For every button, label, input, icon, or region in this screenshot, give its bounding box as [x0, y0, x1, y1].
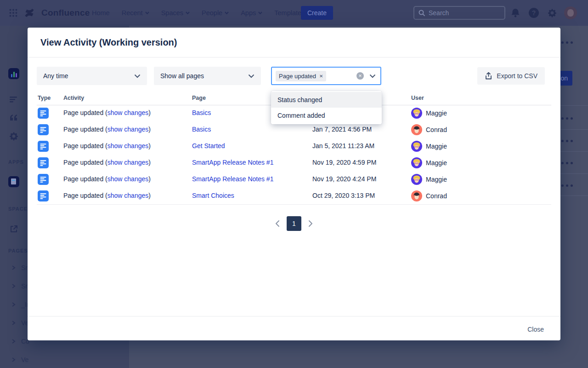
app-switcher-icon[interactable] [9, 9, 17, 17]
quote-icon[interactable] [8, 112, 19, 123]
page-type-icon [38, 157, 49, 168]
user-avatar[interactable] [564, 6, 577, 19]
export-icon [485, 72, 492, 80]
chevron-down-icon [134, 74, 141, 78]
menu-option-status-changed[interactable]: Status changed [271, 92, 382, 108]
header-divider [28, 57, 560, 58]
nav-item-recent[interactable]: Recent [122, 9, 149, 17]
menu-option-comment-added[interactable]: Comment added [271, 108, 382, 123]
search-input[interactable] [429, 9, 493, 17]
page-link[interactable]: Basics [192, 109, 211, 116]
table-row: Page updated (show changes) Smart Choice… [37, 188, 551, 204]
date-cell: Jan 7, 2021 4:56 PM [312, 126, 372, 133]
modal-title: View Activity (Working version) [40, 37, 177, 48]
activity-type-menu: Status changed Comment added [271, 91, 382, 124]
section-label-apps: APPS [8, 159, 24, 165]
avatar-maggie [411, 157, 422, 168]
user-name: Maggie [426, 176, 447, 183]
page-link[interactable]: Smart Choices [192, 192, 234, 199]
more-actions-icon[interactable] [561, 117, 573, 120]
create-button[interactable]: Create [301, 6, 333, 20]
top-nav: Confluence Home Recent Spaces People App… [0, 0, 588, 26]
user-name: Maggie [426, 109, 447, 117]
more-actions-icon[interactable] [561, 140, 573, 142]
more-actions-icon[interactable] [561, 41, 573, 44]
selected-tag: Page updated ✕ [276, 71, 326, 81]
page-link[interactable]: Basics [192, 126, 211, 133]
space-settings-gear-icon[interactable] [8, 131, 19, 142]
chevron-right-icon [11, 284, 16, 288]
date-cell: Oct 29, 2020 3:13 PM [312, 192, 375, 199]
table-bottom-divider [37, 204, 551, 205]
page-link[interactable]: SmartApp Release Notes #1 [192, 159, 273, 166]
chevron-right-icon [11, 302, 16, 307]
tag-remove-icon[interactable]: ✕ [319, 74, 323, 79]
export-csv-button[interactable]: Export to CSV [477, 67, 545, 85]
page-tree-item[interactable]: Ve [11, 319, 28, 327]
external-link-icon[interactable] [9, 224, 18, 234]
chevron-down-icon [186, 12, 190, 14]
prev-page-icon[interactable] [275, 220, 280, 227]
notifications-bell-icon[interactable] [510, 7, 521, 18]
next-page-icon[interactable] [308, 220, 313, 227]
logo-text: Confluence [41, 8, 90, 18]
settings-gear-icon[interactable] [547, 7, 558, 18]
date-cell: Nov 19, 2020 4:59 PM [312, 159, 376, 166]
activity-type-multiselect[interactable]: Page updated ✕ ✕ [271, 67, 381, 85]
search-box[interactable] [413, 6, 505, 20]
avatar-maggie [411, 174, 422, 185]
chevron-down-icon [248, 74, 254, 78]
show-changes-link[interactable]: show changes [107, 159, 149, 166]
chevron-right-icon [11, 339, 16, 344]
chevron-down-icon [258, 12, 262, 14]
time-filter-dropdown[interactable]: Any time [37, 67, 147, 85]
page-link[interactable]: Get Started [192, 142, 225, 150]
question-mark-icon: ? [529, 8, 539, 18]
clear-all-icon[interactable]: ✕ [356, 72, 364, 80]
page-link[interactable]: SmartApp Release Notes #1 [192, 175, 273, 183]
confluence-logo[interactable]: Confluence [9, 0, 90, 26]
analytics-app-icon[interactable] [8, 68, 19, 79]
nav-item-apps[interactable]: Apps [241, 9, 262, 17]
table-row: Page updated (show changes) Get Started … [37, 138, 551, 155]
col-header-page: Page [192, 95, 206, 101]
show-changes-link[interactable]: show changes [107, 192, 149, 199]
nav-item-people[interactable]: People [202, 9, 229, 17]
page-tree-item[interactable]: Ve [11, 356, 28, 363]
view-activity-modal: View Activity (Working version) Any time… [28, 28, 560, 340]
chevron-right-icon [11, 321, 16, 325]
more-actions-icon[interactable] [561, 184, 573, 187]
smartapp-icon[interactable] [8, 176, 19, 187]
pages-filter-dropdown[interactable]: Show all pages [154, 67, 261, 85]
chevron-down-icon[interactable] [369, 74, 376, 78]
user-name: Conrad [426, 126, 447, 133]
chevron-down-icon [225, 12, 229, 14]
current-page-button[interactable]: 1 [287, 216, 301, 231]
nav-item-home[interactable]: Home [92, 9, 110, 17]
activity-lines-icon[interactable] [8, 94, 19, 105]
date-cell: Nov 19, 2020 4:24 PM [312, 175, 376, 183]
nav-item-templates[interactable]: Templates [274, 9, 305, 17]
avatar-face [567, 9, 574, 17]
avatar-conrad [411, 124, 422, 135]
user-name: Conrad [426, 192, 447, 200]
section-label-pages: PAGES [8, 248, 28, 253]
page-type-icon [38, 174, 49, 185]
search-icon [418, 9, 425, 17]
more-actions-icon[interactable] [561, 162, 573, 164]
page-type-icon [38, 108, 49, 119]
nav-item-spaces[interactable]: Spaces [161, 9, 190, 17]
col-header-activity: Activity [63, 95, 84, 101]
page-tree-item[interactable]: Co [11, 338, 29, 345]
avatar-maggie [411, 141, 422, 152]
avatar-conrad [411, 190, 422, 201]
show-changes-link[interactable]: show changes [107, 175, 149, 183]
show-changes-link[interactable]: show changes [107, 126, 149, 133]
table-row: Page updated (show changes) SmartApp Rel… [37, 171, 551, 188]
page-type-icon [38, 141, 49, 152]
help-icon[interactable]: ? [529, 8, 540, 19]
close-button[interactable]: Close [526, 322, 545, 337]
confluence-mark-icon [24, 7, 35, 18]
show-changes-link[interactable]: show changes [107, 109, 149, 116]
show-changes-link[interactable]: show changes [107, 142, 149, 150]
